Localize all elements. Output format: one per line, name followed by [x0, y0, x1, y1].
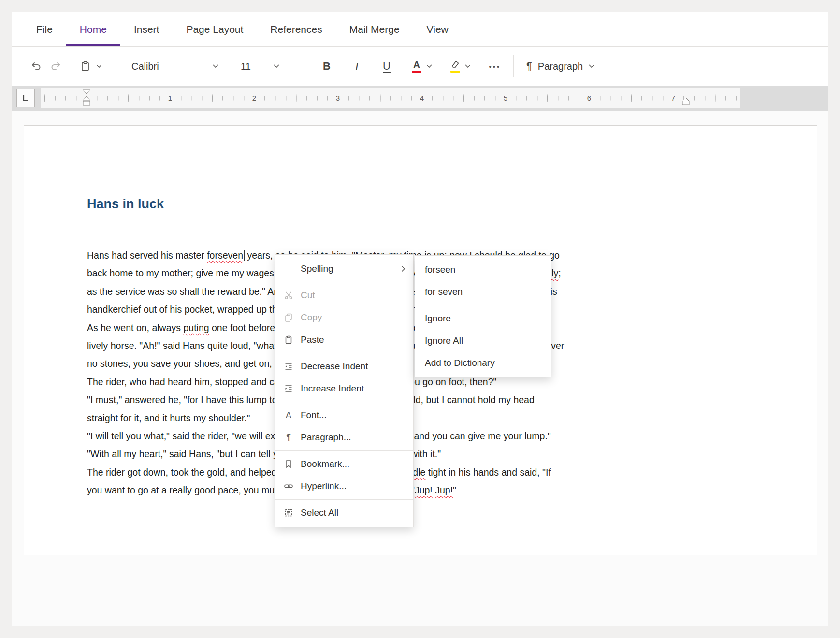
paste-icon — [80, 60, 91, 72]
ruler-number: 1 — [166, 93, 174, 103]
decrease-indent-icon — [283, 362, 294, 371]
misspelled-word: Jup! — [415, 485, 433, 495]
redo-icon — [50, 60, 61, 72]
chevron-down-icon[interactable] — [465, 64, 471, 68]
context-menu-item-paste[interactable]: Paste — [275, 329, 413, 351]
text-line: "With all my heart," said Hans, "but I c… — [87, 445, 817, 463]
tab-home[interactable]: Home — [66, 12, 120, 46]
hyperlink-icon — [283, 481, 294, 491]
spelling-suggestion[interactable]: forseen — [415, 259, 551, 281]
text-line: you want to go at a really good pace, yo… — [87, 481, 817, 499]
menu-separator — [275, 402, 413, 402]
tab-insert[interactable]: Insert — [120, 12, 173, 46]
chevron-right-icon — [401, 265, 406, 272]
ribbon-tab-bar: File Home Insert Page Layout References … — [12, 12, 828, 47]
context-menu-item-bookmark[interactable]: Bookmark... — [275, 453, 413, 475]
menu-separator — [275, 353, 413, 353]
tab-file[interactable]: File — [23, 12, 66, 46]
chevron-down-icon[interactable] — [96, 64, 102, 68]
right-indent-marker[interactable] — [681, 97, 690, 106]
tab-mail-merge[interactable]: Mail Merge — [336, 12, 413, 46]
ruler-number: 5 — [501, 93, 510, 103]
menu-separator — [275, 450, 413, 451]
context-menu-item-decrease-indent[interactable]: Decrease Indent — [275, 355, 413, 377]
misspelled-word: puting — [183, 322, 209, 333]
tab-view[interactable]: View — [413, 12, 462, 46]
italic-button[interactable]: I — [347, 55, 366, 78]
ruler-number: 6 — [585, 93, 594, 103]
bookmark-icon — [283, 459, 294, 469]
screen: File Home Insert Page Layout References … — [0, 0, 840, 638]
font-color-button[interactable]: A — [409, 55, 435, 78]
ruler: 1 2 3 4 5 6 7 — [12, 86, 828, 111]
ellipsis-icon: ••• — [489, 62, 501, 71]
chevron-down-icon — [274, 64, 279, 68]
context-menu-item-select-all[interactable]: Select All — [275, 502, 413, 524]
tab-page-layout[interactable]: Page Layout — [173, 12, 257, 46]
menu-separator — [275, 499, 413, 500]
chevron-down-icon — [213, 64, 218, 68]
copy-icon — [283, 313, 294, 322]
context-menu-item-hyperlink[interactable]: Hyperlink... — [275, 475, 413, 497]
underline-button[interactable]: U — [377, 55, 396, 78]
pilcrow-icon: ¶ — [526, 61, 532, 72]
spelling-submenu: forseen for seven Ignore Ignore All Add … — [415, 255, 551, 377]
chevron-down-icon — [589, 64, 594, 68]
highlighter-icon — [450, 60, 460, 72]
context-menu-item-increase-indent[interactable]: Increase Indent — [275, 377, 413, 400]
indent-marker[interactable] — [82, 88, 91, 108]
document-viewport: Hans in luck Hans had served his master … — [12, 111, 828, 626]
ruler-number: 3 — [333, 93, 342, 103]
document-title: Hans in luck — [87, 197, 817, 212]
paste-button[interactable] — [77, 55, 105, 78]
text-line: straight for it, and it hurts my shoulde… — [87, 409, 817, 427]
font-name-value: Calibri — [131, 61, 159, 72]
ruler-number: 2 — [250, 93, 259, 103]
font-icon: A — [283, 411, 294, 420]
ruler-number: 4 — [418, 93, 426, 103]
toolbar: Calibri 11 B I U A — [12, 47, 828, 86]
undo-icon — [30, 60, 42, 72]
bold-button[interactable]: B — [317, 55, 336, 78]
misspelled-word: Jup! — [435, 485, 453, 495]
context-menu-item-copy: Copy — [275, 306, 413, 329]
ruler-track[interactable]: 1 2 3 4 5 6 7 — [41, 88, 740, 108]
font-name-combobox[interactable]: Calibri — [128, 55, 222, 78]
font-size-combobox[interactable]: 11 — [237, 55, 283, 78]
text-line: "I must," answered he, "for I have this … — [87, 391, 817, 409]
select-all-icon — [283, 508, 294, 518]
context-menu-item-spelling[interactable]: Spelling — [275, 258, 413, 280]
text-line: "I will tell you what," said the rider, … — [87, 427, 817, 445]
text-line: The rider got down, took the gold, and h… — [87, 464, 817, 481]
font-size-value: 11 — [241, 61, 251, 72]
toolbar-divider — [114, 55, 114, 77]
misspelled-word: forseven — [207, 250, 243, 261]
increase-indent-icon — [283, 384, 294, 393]
context-menu-item-paragraph[interactable]: ¶ Paragraph... — [275, 426, 413, 449]
tab-stop-selector[interactable] — [16, 89, 35, 107]
document-editor-app: File Home Insert Page Layout References … — [12, 12, 828, 626]
context-menu-item-cut: Cut — [275, 284, 413, 306]
context-menu: Spelling Cut Copy — [275, 254, 414, 527]
menu-separator — [275, 282, 413, 282]
context-menu-item-font[interactable]: A Font... — [275, 404, 413, 426]
cut-icon — [283, 290, 294, 300]
submenu-item-ignore[interactable]: Ignore — [415, 307, 551, 330]
toolbar-divider — [513, 55, 514, 77]
tab-references[interactable]: References — [257, 12, 335, 46]
menu-separator — [415, 305, 551, 305]
redo-button[interactable] — [46, 55, 65, 78]
font-color-icon: A — [412, 60, 421, 73]
more-options-button[interactable]: ••• — [485, 55, 505, 78]
spelling-suggestion[interactable]: for seven — [415, 281, 551, 303]
paragraph-dropdown[interactable]: ¶ Paragraph — [522, 55, 598, 78]
chevron-down-icon[interactable] — [426, 64, 432, 68]
submenu-item-add-to-dictionary[interactable]: Add to Dictionary — [415, 352, 551, 374]
highlight-color-button[interactable] — [448, 55, 474, 78]
submenu-item-ignore-all[interactable]: Ignore All — [415, 330, 551, 352]
paragraph-icon: ¶ — [283, 433, 294, 442]
paste-icon — [283, 335, 294, 345]
ruler-half-ticks — [41, 95, 740, 102]
undo-button[interactable] — [27, 55, 46, 78]
ruler-number: 7 — [669, 93, 678, 103]
